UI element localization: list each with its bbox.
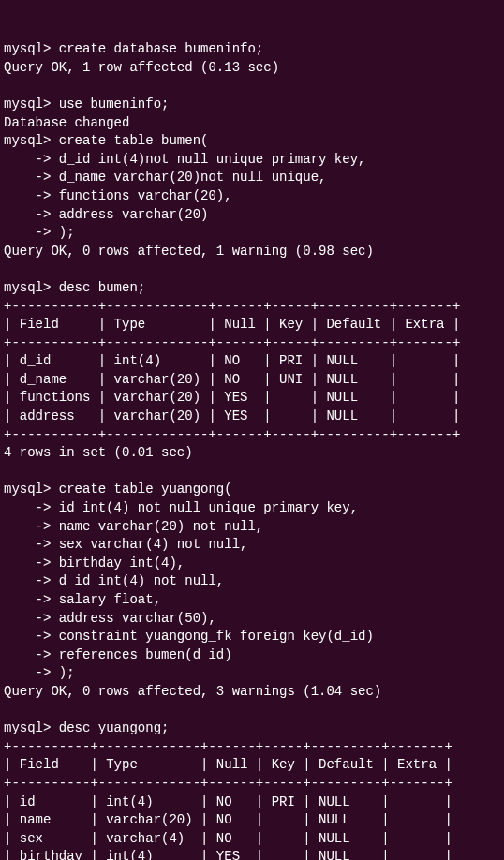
terminal-line: | d_name | varchar(20) | NO | UNI | NULL… [4, 372, 460, 387]
terminal-line: +----------+-------------+------+-----+-… [4, 739, 452, 754]
terminal-line: -> functions varchar(20), [4, 188, 232, 203]
terminal-line: | functions | varchar(20) | YES | | NULL… [4, 390, 460, 405]
terminal-line: Query OK, 0 rows affected, 3 warnings (1… [4, 684, 381, 699]
terminal-line: mysql> desc bumen; [4, 280, 145, 295]
terminal-line: +-----------+-------------+------+-----+… [4, 299, 460, 314]
terminal-line: +-----------+-------------+------+-----+… [4, 335, 460, 350]
terminal-line: | birthday | int(4) | YES | | NULL | | [4, 849, 452, 860]
terminal-output: mysql> create database bumeninfo; Query … [4, 40, 500, 860]
terminal-line: mysql> desc yuangong; [4, 720, 169, 735]
terminal-line: 4 rows in set (0.01 sec) [4, 445, 193, 460]
terminal-line: | sex | varchar(4) | NO | | NULL | | [4, 831, 452, 846]
terminal-line: | address | varchar(20) | YES | | NULL |… [4, 408, 460, 423]
terminal-line: Query OK, 1 row affected (0.13 sec) [4, 60, 279, 75]
terminal-line: +----------+-------------+------+-----+-… [4, 776, 452, 791]
terminal-line: mysql> use bumeninfo; [4, 96, 169, 111]
terminal-line: -> sex varchar(4) not null, [4, 537, 247, 552]
terminal-line: -> ); [4, 665, 75, 680]
terminal-line: -> address varchar(20) [4, 207, 208, 222]
terminal-line: -> name varchar(20) not null, [4, 519, 263, 534]
terminal-line: Database changed [4, 115, 129, 130]
terminal-line: | d_id | int(4) | NO | PRI | NULL | | [4, 353, 460, 368]
terminal-line: | id | int(4) | NO | PRI | NULL | | [4, 794, 452, 809]
terminal-line: -> ); [4, 225, 75, 240]
terminal-line: -> constraint yuangong_fk foreign key(d_… [4, 629, 374, 644]
terminal-line: -> address varchar(50), [4, 611, 216, 626]
terminal-line: mysql> create database bumeninfo; [4, 41, 263, 56]
terminal-line: -> salary float, [4, 592, 161, 607]
terminal-line: +-----------+-------------+------+-----+… [4, 427, 460, 442]
terminal-line: Query OK, 0 rows affected, 1 warning (0.… [4, 244, 374, 259]
terminal-line: -> id int(4) not null unique primary key… [4, 500, 358, 515]
terminal-line: -> birthday int(4), [4, 556, 185, 571]
terminal-line: -> d_id int(4)not null unique primary ke… [4, 152, 365, 167]
terminal-line: mysql> create table yuangong( [4, 482, 232, 497]
terminal-line: | Field | Type | Null | Key | Default | … [4, 757, 452, 772]
terminal-line: -> d_name varchar(20)not null unique, [4, 170, 326, 185]
terminal-line: -> d_id int(4) not null, [4, 573, 224, 588]
terminal-line: mysql> create table bumen( [4, 133, 208, 148]
terminal-line: | Field | Type | Null | Key | Default | … [4, 317, 460, 332]
terminal-line: -> references bumen(d_id) [4, 647, 232, 662]
terminal-line: | name | varchar(20) | NO | | NULL | | [4, 812, 452, 827]
